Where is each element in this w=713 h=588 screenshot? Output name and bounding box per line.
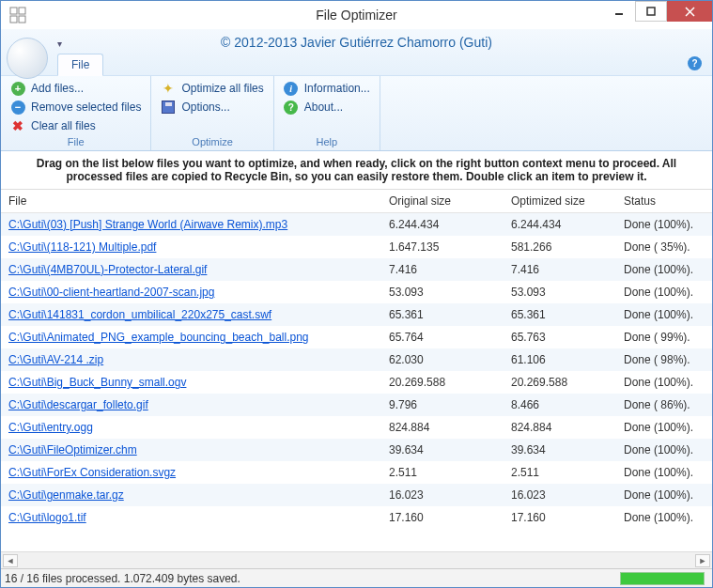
cell-file: C:\Guti\genmake.tar.gz: [1, 484, 381, 506]
options-label: Options...: [181, 101, 229, 114]
minimize-button[interactable]: [603, 1, 635, 22]
delete-x-icon: ✖: [10, 118, 25, 133]
copyright-text: © 2012-2013 Javier Gutiérrez Chamorro (G…: [1, 35, 712, 50]
file-link[interactable]: C:\Guti\ForEx Consideration.svgz: [8, 466, 176, 479]
table-body[interactable]: C:\Guti\(03) [Push] Strange World (Airwa…: [1, 213, 712, 551]
col-header-status[interactable]: Status: [616, 190, 695, 212]
user-avatar[interactable]: [7, 38, 48, 79]
cell-optimized: 53.093: [504, 281, 616, 303]
file-link[interactable]: C:\Guti\FileOptimizer.chm: [8, 443, 137, 456]
file-link[interactable]: C:\Guti\141831_cordon_umbilical_220x275_…: [8, 308, 271, 321]
optimize-all-label: Optimize all files: [181, 82, 263, 95]
instruction-text: Drag on the list below files you want to…: [1, 151, 712, 190]
file-link[interactable]: C:\Guti\00-client-heartland-2007-scan.jp…: [8, 286, 214, 299]
close-button[interactable]: [667, 1, 712, 22]
cell-original: 65.361: [381, 303, 504, 326]
cell-status: Done (100%).: [616, 416, 712, 439]
table-header: File Original size Optimized size Status: [1, 190, 712, 213]
clear-all-label: Clear all files: [31, 119, 96, 132]
table-row[interactable]: C:\Guti\(03) [Push] Strange World (Airwa…: [1, 213, 712, 236]
plus-icon: +: [10, 81, 25, 96]
cell-optimized: 61.106: [504, 348, 616, 371]
table-row[interactable]: C:\Guti\141831_cordon_umbilical_220x275_…: [1, 303, 712, 326]
table-row[interactable]: C:\Guti\(118-121) Multiple.pdf1.647.1355…: [1, 236, 712, 258]
cell-status: Done (100%).: [616, 439, 712, 461]
help-icon[interactable]: ?: [688, 56, 703, 71]
toolbar: + Add files... − Remove selected files ✖…: [1, 76, 712, 151]
file-link[interactable]: C:\Guti\(118-121) Multiple.pdf: [8, 240, 156, 254]
cell-optimized: 65.763: [504, 326, 616, 348]
titlebar: File Optimizer: [1, 1, 712, 29]
file-link[interactable]: C:\Guti\AV-214 .zip: [8, 353, 103, 366]
table-row[interactable]: C:\Guti\00-client-heartland-2007-scan.jp…: [1, 281, 712, 303]
cell-status: Done ( 99%).: [616, 326, 712, 348]
clear-all-button[interactable]: ✖ Clear all files: [8, 117, 143, 134]
table-row[interactable]: C:\Guti\AV-214 .zip62.03061.106Done ( 98…: [1, 348, 712, 371]
cell-status: Done ( 98%).: [616, 348, 712, 371]
add-files-label: Add files...: [31, 82, 84, 95]
cell-original: 62.030: [381, 348, 504, 371]
cell-file: C:\Guti\AV-214 .zip: [1, 348, 381, 371]
scroll-left-icon[interactable]: ◄: [3, 554, 18, 567]
cell-file: C:\Guti\00-client-heartland-2007-scan.jp…: [1, 281, 381, 303]
cell-status: Done (100%).: [616, 371, 712, 394]
col-header-original[interactable]: Original size: [381, 190, 504, 212]
file-link[interactable]: C:\Guti\descargar_folleto.gif: [8, 398, 148, 411]
file-link[interactable]: C:\Guti\(03) [Push] Strange World (Airwa…: [8, 218, 287, 231]
cell-optimized: 20.269.588: [504, 371, 616, 394]
file-link[interactable]: C:\Guti\(4MB70UL)-Protector-Lateral.gif: [8, 263, 207, 276]
quick-access-dropdown-icon[interactable]: ▾: [57, 39, 62, 49]
remove-selected-button[interactable]: − Remove selected files: [8, 99, 143, 116]
file-link[interactable]: C:\Guti\Animated_PNG_example_bouncing_be…: [8, 331, 309, 344]
col-header-file[interactable]: File: [1, 190, 381, 212]
table-row[interactable]: C:\Guti\ForEx Consideration.svgz2.5112.5…: [1, 461, 712, 484]
cell-file: C:\Guti\entry.ogg: [1, 416, 381, 439]
table-row[interactable]: C:\Guti\Animated_PNG_example_bouncing_be…: [1, 326, 712, 348]
cell-original: 53.093: [381, 281, 504, 303]
cell-file: C:\Guti\logo1.tif: [1, 506, 381, 529]
tab-file[interactable]: File: [57, 54, 103, 76]
cell-original: 2.511: [381, 461, 504, 484]
file-link[interactable]: C:\Guti\Big_Buck_Bunny_small.ogv: [8, 376, 186, 389]
table-row[interactable]: C:\Guti\(4MB70UL)-Protector-Lateral.gif7…: [1, 258, 712, 281]
horizontal-scrollbar[interactable]: ◄ ►: [1, 551, 712, 568]
cell-original: 65.764: [381, 326, 504, 348]
group-label-optimize: Optimize: [159, 134, 265, 150]
file-link[interactable]: C:\Guti\genmake.tar.gz: [8, 488, 124, 502]
cell-optimized: 7.416: [504, 258, 616, 281]
about-icon: ?: [284, 100, 299, 115]
cell-status: Done (100%).: [616, 484, 712, 506]
cell-optimized: 17.160: [504, 506, 616, 529]
information-label: Information...: [304, 82, 370, 95]
scroll-right-icon[interactable]: ►: [695, 554, 710, 567]
table-row[interactable]: C:\Guti\logo1.tif17.16017.160Done (100%)…: [1, 506, 712, 529]
file-link[interactable]: C:\Guti\entry.ogg: [8, 421, 93, 434]
cell-original: 7.416: [381, 258, 504, 281]
table-row[interactable]: C:\Guti\FileOptimizer.chm39.63439.634Don…: [1, 439, 712, 461]
information-button[interactable]: i Information...: [282, 80, 372, 97]
about-button[interactable]: ? About...: [282, 99, 372, 116]
add-files-button[interactable]: + Add files...: [8, 80, 143, 97]
cell-optimized: 2.511: [504, 461, 616, 484]
cell-file: C:\Guti\141831_cordon_umbilical_220x275_…: [1, 303, 381, 326]
maximize-button[interactable]: [635, 1, 667, 22]
table-row[interactable]: C:\Guti\descargar_folleto.gif9.7968.466D…: [1, 394, 712, 416]
cell-status: Done (100%).: [616, 461, 712, 484]
cell-file: C:\Guti\(118-121) Multiple.pdf: [1, 236, 381, 258]
file-link[interactable]: C:\Guti\logo1.tif: [8, 511, 86, 524]
app-icon: [5, 2, 31, 28]
svg-rect-5: [647, 8, 655, 15]
cell-status: Done (100%).: [616, 506, 712, 529]
col-header-optimized[interactable]: Optimized size: [504, 190, 616, 212]
options-button[interactable]: Options...: [159, 99, 265, 116]
remove-selected-label: Remove selected files: [31, 101, 141, 114]
table-row[interactable]: C:\Guti\genmake.tar.gz16.02316.023Done (…: [1, 484, 712, 506]
cell-optimized: 16.023: [504, 484, 616, 506]
cell-file: C:\Guti\Animated_PNG_example_bouncing_be…: [1, 326, 381, 348]
cell-file: C:\Guti\descargar_folleto.gif: [1, 394, 381, 416]
cell-status: Done ( 86%).: [616, 394, 712, 416]
table-row[interactable]: C:\Guti\Big_Buck_Bunny_small.ogv20.269.5…: [1, 371, 712, 394]
cell-status: Done (100%).: [616, 258, 712, 281]
optimize-all-button[interactable]: ✦ Optimize all files: [159, 80, 265, 97]
table-row[interactable]: C:\Guti\entry.ogg824.884824.884Done (100…: [1, 416, 712, 439]
